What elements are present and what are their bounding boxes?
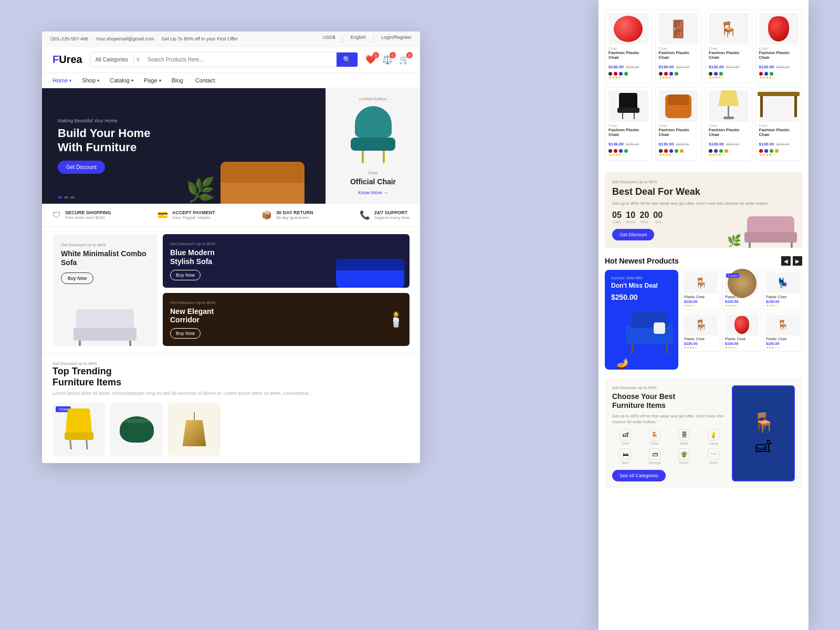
shield-icon: 🛡: [52, 211, 61, 220]
black-chair-seat: [617, 108, 639, 113]
choose-icon-chair[interactable]: 🪑 Chair: [642, 429, 668, 445]
accent-chair-icon: 💺: [777, 277, 789, 289]
color-dot[interactable]: [680, 149, 684, 153]
hot-product-rocking[interactable]: 🪑 Plastic Chair $100.00 ★★★★☆: [681, 312, 720, 352]
hot-product-stars-2: ★★★★☆: [725, 303, 759, 307]
color-dot[interactable]: [659, 149, 663, 153]
hot-product-beanbag2[interactable]: Plastic Chair $100.00 ★★★★☆: [722, 312, 761, 352]
nav-item-catalog[interactable]: Catalog: [110, 77, 133, 83]
choose-icon-table[interactable]: 🗄 Table: [671, 429, 697, 445]
nav-item-shop[interactable]: Shop: [82, 77, 99, 83]
promo-left-buy-button[interactable]: Buy Now: [61, 272, 93, 284]
compare-icon[interactable]: ⚖️0: [382, 55, 393, 65]
color-dot[interactable]: [664, 72, 668, 76]
deal-get-discount-button[interactable]: Get Discount: [612, 229, 654, 240]
bsh-leg-1: [631, 343, 633, 354]
hot-product-wicker[interactable]: 5 variant Plastic Chair $130.50 ★★★★☆: [722, 270, 761, 310]
white-sofa-back: [76, 309, 134, 328]
promo-card1-buy-button[interactable]: Buy Now: [170, 270, 201, 280]
color-dot[interactable]: [669, 149, 673, 153]
more-label: More: [709, 461, 718, 465]
choose-icon-bed[interactable]: 🛏 Bed: [612, 448, 638, 465]
color-dot[interactable]: [709, 72, 712, 76]
cart-icon[interactable]: 🛒0: [399, 55, 410, 65]
trending-product-1[interactable]: Chair: [52, 403, 105, 456]
hero-get-discount-button[interactable]: Get Discount: [58, 161, 105, 174]
hot-main-tag: Summer Sofa Offer: [611, 276, 672, 280]
color-dot[interactable]: [664, 149, 668, 153]
search-button[interactable]: 🔍: [337, 52, 358, 67]
product-colors-6: [659, 149, 699, 153]
color-dot[interactable]: [775, 149, 779, 153]
hero-side-link[interactable]: Know More →: [358, 190, 388, 195]
color-dot[interactable]: [659, 72, 663, 76]
color-dot[interactable]: [608, 72, 612, 76]
color-dot[interactable]: [719, 72, 723, 76]
hot-product-dining2[interactable]: 🪑 Plastic Chair $100.00 ★★★☆☆: [763, 312, 802, 352]
color-dot[interactable]: [759, 72, 763, 76]
choose-icon-storage[interactable]: 🗃 Storage: [642, 448, 668, 465]
color-dot[interactable]: [675, 72, 678, 76]
color-dot[interactable]: [709, 149, 712, 153]
trending-title: Top TrendingFurniture Items: [52, 366, 410, 388]
timer-days-num: 05: [612, 211, 622, 220]
color-dot[interactable]: [614, 149, 617, 153]
trending-product-3[interactable]: [168, 403, 220, 456]
choose-icon-lamp[interactable]: 💡 Lamp: [700, 429, 727, 445]
choose-icon-more[interactable]: ⋯ More: [700, 448, 727, 465]
hero-dot-1[interactable]: [58, 196, 62, 198]
site-logo[interactable]: FUrea: [52, 54, 82, 66]
color-dot[interactable]: [624, 72, 628, 76]
hot-product-accent[interactable]: 💺 Plastic Chair $130.00 ★★★☆☆: [763, 270, 802, 310]
see-all-categories-button[interactable]: See All Categories: [612, 470, 666, 481]
hot-next-button[interactable]: ▶: [793, 256, 802, 266]
wicker-chair-shape: [728, 269, 757, 298]
timer-secs: 00 Sec: [653, 211, 663, 224]
color-dot[interactable]: [764, 72, 768, 76]
feature-support: 📞 24/7 SUPPORT Support every time: [360, 210, 410, 220]
product-colors-1: [608, 72, 648, 76]
table-top: [758, 92, 800, 96]
hot-main-card[interactable]: Summer Sofa Offer Don't Miss Deal $250.0…: [605, 270, 678, 370]
color-dot[interactable]: [619, 72, 623, 76]
hot-product-stars-4: ★★★★☆: [684, 345, 718, 349]
color-dot[interactable]: [614, 72, 617, 76]
product-old-price-4: $300.00: [776, 65, 789, 69]
color-dot[interactable]: [619, 149, 623, 153]
choose-icon-sofa[interactable]: 🛋 Sofa: [612, 429, 638, 445]
trending-product-2[interactable]: [110, 403, 163, 456]
nav-item-page[interactable]: Page: [144, 77, 161, 83]
product-colors-2: [659, 72, 699, 76]
hero-dot-3[interactable]: [70, 196, 75, 198]
lamp-icon-box: 💡: [708, 429, 719, 440]
color-dot[interactable]: [759, 149, 763, 153]
color-dot[interactable]: [770, 149, 773, 153]
product-name-8: Fashion Plastic Chair: [759, 128, 799, 137]
color-dot[interactable]: [714, 149, 718, 153]
login-register-text[interactable]: Login/Register: [381, 35, 412, 43]
hot-sofa-container: 🪔: [626, 312, 678, 370]
hot-prev-button[interactable]: ◀: [781, 256, 791, 266]
color-dot[interactable]: [669, 72, 673, 76]
hero-side-label: Limited Edition: [359, 97, 386, 101]
nav-item-blog[interactable]: Blog: [172, 77, 185, 83]
color-dot[interactable]: [675, 149, 678, 153]
color-dot[interactable]: [719, 149, 723, 153]
color-dot[interactable]: [624, 149, 628, 153]
color-dot[interactable]: [724, 149, 728, 153]
search-input[interactable]: [142, 54, 337, 66]
nav-item-contact[interactable]: Contact: [195, 77, 217, 83]
promo-card2-buy-button[interactable]: Buy Now: [170, 328, 201, 339]
search-category[interactable]: All Categories: [90, 54, 134, 66]
color-dot[interactable]: [770, 72, 773, 76]
feature-return-text: 30 DAY RETURN 30 day guarantee: [276, 210, 313, 220]
hero-dot-2[interactable]: [64, 196, 68, 198]
choose-icon-decor[interactable]: 🪴 Decor: [671, 448, 697, 465]
nav-item-home[interactable]: Home: [52, 77, 71, 83]
product-colors-4: [759, 72, 799, 76]
hot-product-round-table[interactable]: 🪑 Plastic Chair $130.00 ★★★☆☆: [681, 270, 720, 310]
color-dot[interactable]: [608, 149, 612, 153]
color-dot[interactable]: [764, 149, 768, 153]
wishlist-icon[interactable]: ❤️0: [365, 55, 376, 65]
color-dot[interactable]: [714, 72, 718, 76]
